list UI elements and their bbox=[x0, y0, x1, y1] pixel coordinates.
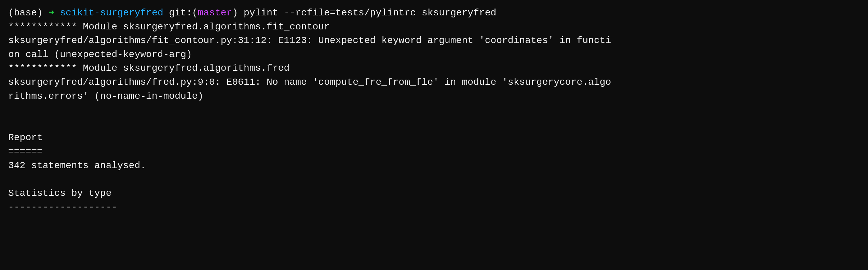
error2-line: sksurgeryfred/algorithms/fred.py:9:0: E0… bbox=[8, 76, 860, 90]
prompt-command: pylint --rcfile=tests/pylintrc sksurgery… bbox=[238, 8, 496, 18]
prompt-base-text: (base) bbox=[8, 8, 49, 18]
prompt-directory: scikit-surgeryfred bbox=[60, 8, 163, 18]
prompt-line: (base) ➜ scikit-surgeryfred git:(master)… bbox=[8, 6, 860, 20]
stats-separator-line: ------------------- bbox=[8, 200, 860, 214]
empty-line-1 bbox=[8, 103, 860, 117]
prompt-branch-name: master bbox=[198, 8, 232, 18]
stats-label-line: Statistics by type bbox=[8, 187, 860, 201]
error2-cont-line: rithms.errors' (no-name-in-module) bbox=[8, 90, 860, 104]
report-label-line: Report bbox=[8, 131, 860, 145]
module1-header-line: ************ Module sksurgeryfred.algori… bbox=[8, 20, 860, 34]
error1-cont-line: on call (unexpected-keyword-arg) bbox=[8, 48, 860, 62]
report-statements-line: 342 statements analysed. bbox=[8, 159, 860, 173]
error1-line: sksurgeryfred/algorithms/fit_contour.py:… bbox=[8, 34, 860, 48]
prompt-branch-open: ( bbox=[192, 8, 198, 18]
prompt-branch-close: ) bbox=[232, 8, 238, 18]
empty-line-3 bbox=[8, 173, 860, 187]
prompt-arrow-icon: ➜ bbox=[49, 8, 54, 18]
prompt-space bbox=[54, 8, 60, 18]
terminal: (base) ➜ scikit-surgeryfred git:(master)… bbox=[8, 6, 860, 214]
prompt-git-label: git: bbox=[163, 8, 192, 18]
report-separator-line: ====== bbox=[8, 145, 860, 159]
module2-header-line: ************ Module sksurgeryfred.algori… bbox=[8, 62, 860, 76]
empty-line-2 bbox=[8, 117, 860, 131]
